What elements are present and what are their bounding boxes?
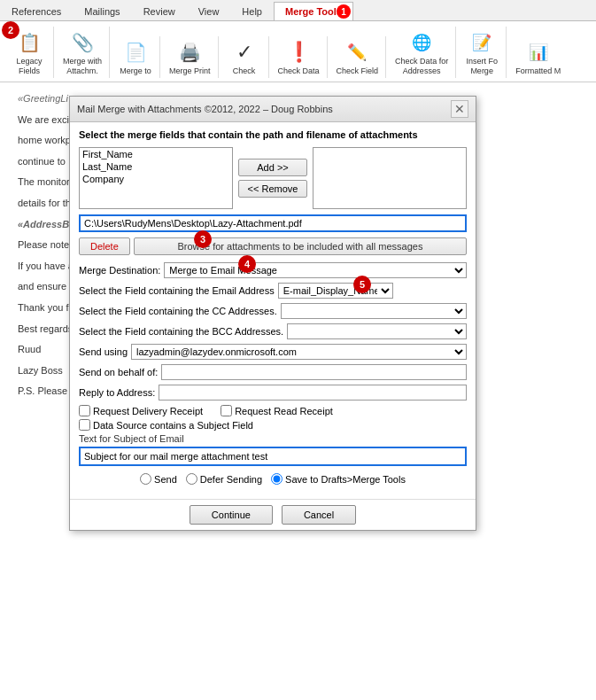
- radio-defer-label: Defer Sending: [200, 474, 262, 485]
- filepath-input[interactable]: [79, 214, 467, 232]
- group-check: ✓ Check: [221, 36, 269, 78]
- tab-help[interactable]: Help: [230, 2, 274, 20]
- group-insert-fo: 📝 Insert FoMerge: [458, 27, 507, 78]
- send-behalf-row: Send on behalf of:: [79, 364, 467, 380]
- tab-mailings[interactable]: Mailings: [73, 2, 131, 20]
- add-button[interactable]: Add >>: [238, 159, 308, 176]
- tab-review[interactable]: Review: [132, 2, 187, 20]
- data-source-label: Data Source contains a Subject Field: [93, 420, 253, 431]
- check-data-addr-label: Check Data forAddresses: [395, 57, 448, 76]
- dialog-footer: Continue Cancel: [70, 499, 476, 530]
- btn-check-data[interactable]: ❗ Check Data: [275, 36, 323, 78]
- check-label: Check: [233, 66, 256, 76]
- send-behalf-label: Send on behalf of:: [79, 367, 158, 377]
- btn-check[interactable]: ✓ Check: [224, 36, 265, 78]
- radio-send-input[interactable]: [140, 473, 151, 485]
- read-receipt-check[interactable]: Request Read Receipt: [221, 405, 333, 416]
- tab-references[interactable]: References: [0, 2, 73, 20]
- selected-fields-box[interactable]: [313, 147, 467, 209]
- read-receipt-checkbox[interactable]: [221, 405, 232, 416]
- annotation-3-badge: 3: [194, 230, 212, 248]
- insert-fo-label: Insert FoMerge: [466, 57, 498, 76]
- check-data-addr-icon: 🌐: [407, 28, 436, 57]
- annotation-5-badge: 5: [353, 276, 371, 293]
- send-using-label: Send using: [79, 346, 128, 357]
- fields-action-buttons: Add >> << Remove: [238, 147, 308, 209]
- delivery-receipt-check[interactable]: Request Delivery Receipt: [79, 405, 203, 416]
- group-check-data: ❗ Check Data: [271, 36, 328, 78]
- delete-button[interactable]: Delete: [79, 237, 130, 255]
- radio-save-label: Save to Drafts>Merge Tools: [285, 474, 406, 485]
- cancel-button[interactable]: Cancel: [282, 505, 356, 525]
- merge-destination-label: Merge Destination:: [79, 265, 160, 276]
- merge-print-label: Merge Print: [169, 66, 211, 76]
- group-check-field: ✏️ Check Field: [329, 36, 387, 78]
- radio-defer[interactable]: Defer Sending: [186, 473, 262, 485]
- reply-to-label: Reply to Address:: [79, 387, 155, 398]
- cc-label: Select the Field containing the CC Addre…: [79, 306, 277, 316]
- btn-merge-attachments[interactable]: 📎 Merge withAttachm.: [59, 27, 105, 78]
- btn-formatted-m[interactable]: 📊 Formatted M: [512, 36, 564, 78]
- cc-select[interactable]: [281, 303, 467, 319]
- send-using-row: Send using lazyadmin@lazydev.onmicrosoft…: [79, 344, 467, 360]
- bcc-select[interactable]: [287, 323, 467, 339]
- tab-view[interactable]: View: [187, 2, 231, 20]
- remove-button[interactable]: << Remove: [238, 180, 308, 198]
- send-behalf-input[interactable]: [161, 364, 467, 380]
- field-first-name[interactable]: First_Name: [80, 148, 232, 160]
- action-buttons: 3 Delete Browse for attachments to be in…: [79, 237, 467, 255]
- fields-select[interactable]: First_Name Last_Name Company: [80, 148, 232, 208]
- dialog-close-button[interactable]: ✕: [451, 100, 468, 118]
- group-merge-attach: 📎 Merge withAttachm.: [56, 27, 110, 78]
- field-company[interactable]: Company: [80, 173, 232, 185]
- radio-save-input[interactable]: [271, 473, 283, 485]
- email-field-select[interactable]: E-mail_Display_Name: [278, 283, 393, 299]
- group-formatted-m: 📊 Formatted M: [508, 36, 568, 78]
- btn-check-data-addr[interactable]: 🌐 Check Data forAddresses: [391, 27, 452, 78]
- email-field-row: 5 Select the Field containing the Email …: [79, 283, 467, 299]
- dialog-title: Mail Merge with Attachments ©2012, 2022 …: [77, 104, 333, 114]
- btn-insert-fo[interactable]: 📝 Insert FoMerge: [461, 27, 502, 78]
- data-source-checkbox[interactable]: [79, 419, 90, 431]
- reply-to-input[interactable]: [159, 385, 467, 401]
- radio-save[interactable]: Save to Drafts>Merge Tools: [271, 473, 406, 485]
- btn-check-field[interactable]: ✏️ Check Field: [333, 36, 383, 78]
- legacy-fields-label: LegacyFields: [16, 57, 42, 76]
- email-field-label: Select the Field containing the Email Ad…: [79, 285, 275, 296]
- btn-merge-print[interactable]: 🖨️ Merge Print: [166, 36, 214, 78]
- browse-button[interactable]: Browse for attachments to be included wi…: [134, 237, 467, 255]
- data-source-check[interactable]: Data Source contains a Subject Field: [79, 419, 253, 431]
- merge-to-label: Merge to: [120, 66, 151, 76]
- ribbon: References Mailings Review View Help Mer…: [0, 0, 596, 82]
- bcc-label: Select the Field containing the BCC Addr…: [79, 326, 283, 337]
- ribbon-tabs: References Mailings Review View Help Mer…: [0, 0, 596, 21]
- fields-row: First_Name Last_Name Company Add >> << R…: [79, 147, 467, 209]
- annotation-1: 1: [337, 4, 351, 19]
- continue-button[interactable]: Continue: [190, 505, 273, 525]
- insert-fo-icon: 📝: [468, 28, 496, 57]
- radio-row: Send Defer Sending Save to Drafts>Merge …: [79, 473, 467, 485]
- check-data-icon: ❗: [284, 38, 313, 66]
- annotation-4-badge: 4: [238, 255, 256, 273]
- btn-merge-to[interactable]: 📄 Merge to: [115, 36, 156, 78]
- checkboxes-row: Request Delivery Receipt Request Read Re…: [79, 405, 467, 416]
- merge-print-icon: 🖨️: [175, 38, 204, 66]
- delivery-receipt-label: Request Delivery Receipt: [93, 406, 203, 416]
- radio-defer-input[interactable]: [186, 473, 197, 485]
- subject-input[interactable]: [79, 447, 467, 466]
- ribbon-content: 2 📋 LegacyFields 📎 Merge withAttachm. 📄 …: [0, 21, 596, 82]
- delivery-receipt-checkbox[interactable]: [79, 405, 90, 416]
- merge-attach-label: Merge withAttachm.: [63, 57, 102, 76]
- group-merge-print: 🖨️ Merge Print: [162, 36, 219, 78]
- tab-merge-tools[interactable]: Merge Tools 1: [274, 2, 353, 20]
- dialog-body: Select the merge fields that contain the…: [70, 122, 476, 499]
- check-icon: ✓: [230, 38, 259, 66]
- group-check-data-addr: 🌐 Check Data forAddresses: [388, 27, 456, 78]
- send-using-select[interactable]: lazyadmin@lazydev.onmicrosoft.com: [131, 344, 467, 360]
- radio-send[interactable]: Send: [140, 473, 177, 485]
- subject-text-label: Text for Subject of Email: [79, 433, 467, 444]
- fields-listbox[interactable]: First_Name Last_Name Company: [79, 147, 233, 209]
- merge-attach-icon: 📎: [68, 28, 97, 57]
- field-last-name[interactable]: Last_Name: [80, 160, 232, 173]
- merge-destination-select[interactable]: Merge to Email Message: [164, 262, 467, 278]
